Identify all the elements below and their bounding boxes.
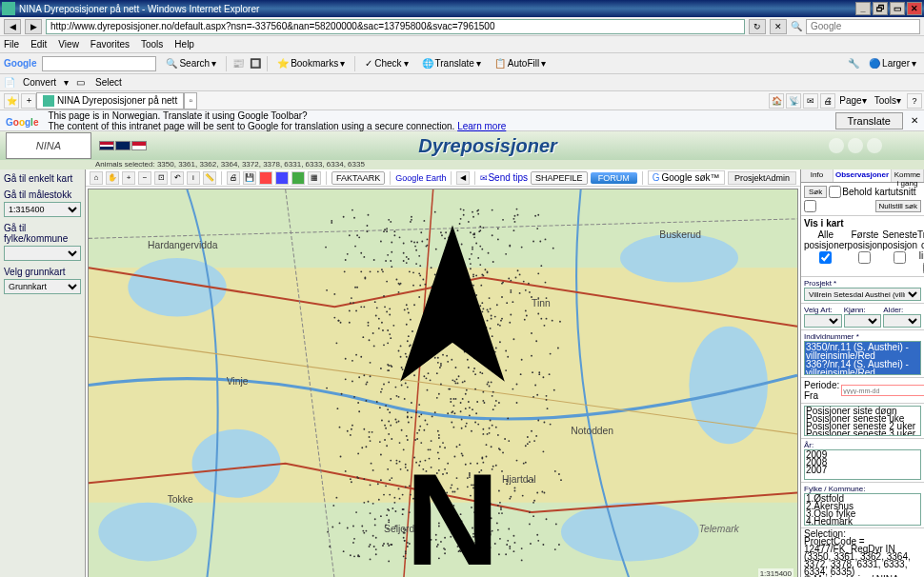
print-icon[interactable]: 🖨 bbox=[820, 93, 835, 109]
larger-button[interactable]: 🔵Larger▾ bbox=[865, 57, 920, 70]
tab-info[interactable]: Info bbox=[801, 169, 834, 182]
favorites-star-icon[interactable]: ⭐ bbox=[4, 93, 19, 109]
layer-green-icon[interactable] bbox=[291, 171, 305, 185]
convert-toolbar: 📄 Convert▾ ▭ Select bbox=[0, 74, 924, 91]
popup-icon[interactable]: 🔲 bbox=[250, 58, 261, 70]
menu-help[interactable]: Help bbox=[174, 39, 194, 50]
bookmarks-button[interactable]: ⭐Bookmarks▾ bbox=[273, 57, 349, 70]
zoomout-icon[interactable]: − bbox=[138, 171, 151, 185]
nullstill-button[interactable]: Nullstill søk bbox=[875, 200, 921, 212]
fylke-select[interactable] bbox=[4, 246, 81, 261]
art-select[interactable] bbox=[804, 314, 842, 328]
url-input[interactable] bbox=[46, 19, 745, 34]
extra-checkbox[interactable] bbox=[804, 200, 816, 212]
prev-extent-icon[interactable]: ↶ bbox=[171, 171, 184, 185]
select-button[interactable]: Select bbox=[95, 77, 122, 88]
menu-view[interactable]: View bbox=[58, 39, 79, 50]
forum-button[interactable]: FORUM bbox=[591, 172, 637, 184]
export-icon[interactable]: 💾 bbox=[243, 171, 256, 185]
back-arrow-icon[interactable]: ◀ bbox=[456, 171, 470, 185]
menu-favorites[interactable]: Favorites bbox=[90, 39, 130, 50]
restore-button[interactable]: 🗗 bbox=[873, 2, 888, 15]
date-from-input[interactable] bbox=[841, 385, 924, 396]
tools-menu[interactable]: Tools▾ bbox=[871, 95, 905, 106]
identify-icon[interactable]: i bbox=[187, 171, 200, 185]
google-search-button[interactable]: 🔍Search▾ bbox=[162, 57, 220, 70]
forward-button[interactable]: ▶ bbox=[25, 19, 42, 34]
map-home-icon[interactable]: ⌂ bbox=[90, 171, 103, 185]
translate-button[interactable]: 🌐Translate▾ bbox=[418, 57, 485, 70]
individ-list[interactable]: 3350/nr.11 (S. Austhei) -villreinsimle/R… bbox=[804, 341, 921, 375]
mail-icon[interactable]: ✉ bbox=[803, 93, 818, 109]
tab-kommeigang[interactable]: Komme i gang bbox=[892, 169, 924, 182]
wrench-icon[interactable]: 🔧 bbox=[848, 58, 859, 70]
map-canvas[interactable]: Hardangervidda Buskerud Telemark Vinje T… bbox=[88, 189, 798, 577]
chk-alle[interactable] bbox=[819, 251, 832, 264]
stop-button[interactable]: ✕ bbox=[770, 19, 787, 34]
layers-icon[interactable]: ▦ bbox=[308, 171, 321, 185]
close-button[interactable]: ✕ bbox=[907, 2, 922, 15]
svg-text:N: N bbox=[406, 447, 500, 577]
news-icon[interactable]: 📰 bbox=[232, 58, 244, 70]
prosjekt-select[interactable]: Villrein Setesdal Austhei (villrein) bbox=[804, 288, 921, 301]
kjonn-select[interactable] bbox=[844, 314, 882, 328]
position-filter-list[interactable]: Posisjoner siste døgn Posisjoner seneste… bbox=[804, 406, 921, 436]
translate-close-icon[interactable]: ✕ bbox=[911, 115, 918, 126]
page-menu[interactable]: Page▾ bbox=[835, 95, 870, 106]
nina-logo[interactable]: NINA bbox=[6, 132, 91, 159]
chk-seneste[interactable] bbox=[894, 251, 906, 264]
home-icon[interactable]: 🏠 bbox=[769, 93, 784, 109]
fylke-list[interactable]: 1.Østfold 2.Akershus 3.Oslo fylke 4.Hedm… bbox=[804, 493, 921, 526]
maximize-button[interactable]: ▭ bbox=[890, 2, 905, 15]
add-favorite-icon[interactable]: ＋ bbox=[21, 93, 36, 109]
basemap-select[interactable]: Grunnkart bbox=[4, 279, 81, 294]
tab-observasjoner[interactable]: Observasjoner bbox=[834, 169, 892, 182]
map-print-icon[interactable]: 🖨 bbox=[227, 171, 240, 185]
scale-select[interactable]: 1:315400 bbox=[4, 202, 81, 217]
flag-en[interactable] bbox=[131, 141, 147, 150]
faktaark-button[interactable]: FAKTAARK bbox=[331, 171, 385, 185]
check-button[interactable]: ✓Check▾ bbox=[361, 57, 412, 70]
google-logo: Google bbox=[4, 58, 36, 69]
layer-red-icon[interactable] bbox=[259, 171, 272, 185]
pan-icon[interactable]: ✋ bbox=[106, 171, 119, 185]
google-search-button-map[interactable]: G Google søk™ bbox=[648, 170, 725, 185]
translate-action-button[interactable]: Translate bbox=[835, 112, 903, 129]
sok-button[interactable]: Søk bbox=[804, 186, 827, 198]
convert-button[interactable]: Convert bbox=[23, 77, 56, 88]
year-list[interactable]: 2009 2008 2007 bbox=[804, 449, 921, 480]
site-title: Dyreposisjoner bbox=[147, 135, 829, 157]
refresh-button[interactable]: ↻ bbox=[749, 19, 766, 34]
help-icon[interactable]: ? bbox=[907, 93, 922, 109]
new-tab-button[interactable]: ▫ bbox=[184, 92, 197, 109]
site-header: NINA Dyreposisjoner bbox=[0, 131, 924, 160]
googleearth-link[interactable]: Google Earth bbox=[395, 173, 446, 183]
flag-no[interactable] bbox=[99, 141, 114, 150]
behold-checkbox[interactable]: Behold kartutsnitt bbox=[829, 186, 915, 198]
autofill-button[interactable]: 📋AutoFill▾ bbox=[491, 57, 550, 70]
browser-tab[interactable]: NINA Dyreposisjoner på nett bbox=[36, 92, 184, 109]
flag-uk[interactable] bbox=[115, 141, 131, 150]
measure-icon[interactable]: 📏 bbox=[203, 171, 216, 185]
svg-marker-918 bbox=[400, 225, 505, 381]
sendtips-link[interactable]: ✉Send tips bbox=[480, 172, 528, 183]
alder-select[interactable] bbox=[883, 314, 921, 328]
back-button[interactable]: ◀ bbox=[4, 19, 21, 34]
prosjektadmin-button[interactable]: ProsjektAdmin bbox=[728, 171, 796, 185]
chk-forste[interactable] bbox=[858, 251, 871, 264]
zoomin-icon[interactable]: + bbox=[122, 171, 135, 185]
browser-search-input[interactable] bbox=[806, 19, 920, 34]
feed-icon[interactable]: 📡 bbox=[786, 93, 801, 109]
right-panel: Info Observasjoner Komme i gang Søk Beho… bbox=[800, 169, 924, 577]
extent-icon[interactable]: ⊡ bbox=[154, 171, 168, 185]
layer-blue-icon[interactable] bbox=[275, 171, 289, 185]
menu-tools[interactable]: Tools bbox=[141, 39, 163, 50]
visikart-heading: Vis i kart bbox=[804, 218, 921, 229]
learn-more-link[interactable]: Learn more bbox=[457, 121, 506, 131]
shapefile-button[interactable]: SHAPEFILE bbox=[531, 171, 588, 185]
minimize-button[interactable]: _ bbox=[855, 2, 871, 15]
menu-edit[interactable]: Edit bbox=[30, 39, 47, 50]
google-search-input[interactable] bbox=[42, 56, 156, 71]
google-toolbar: Google 🔍Search▾ 📰 🔲 ⭐Bookmarks▾ ✓Check▾ … bbox=[0, 53, 924, 74]
menu-file[interactable]: File bbox=[4, 39, 19, 50]
